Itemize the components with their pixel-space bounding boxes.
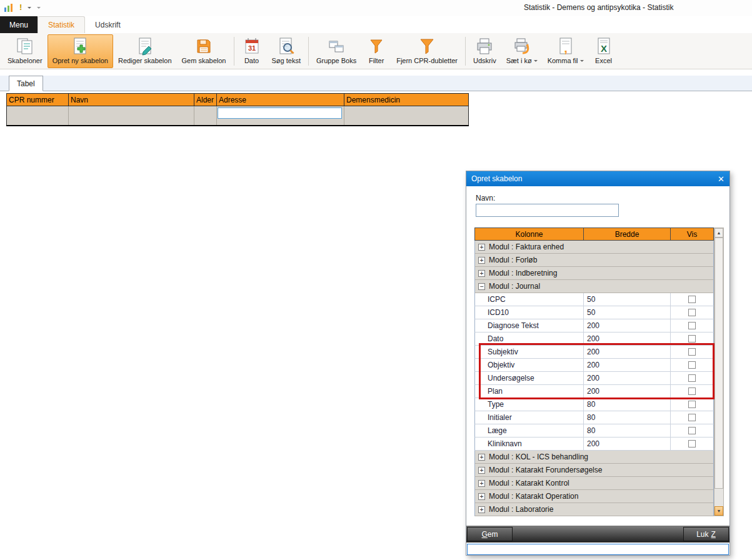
expander-icon[interactable]: +	[478, 454, 485, 461]
field-row[interactable]: ICD10 50	[474, 306, 714, 319]
tab-label: Udskrift	[95, 21, 121, 29]
field-row[interactable]: Kliniknavn 200	[474, 438, 714, 451]
column-header-demensmedicin[interactable]: Demensmedicin	[344, 93, 469, 106]
ribbon-button-udskriv[interactable]: Udskriv	[468, 34, 501, 68]
field-label: Kliniknavn	[474, 438, 584, 451]
printer-icon	[474, 36, 494, 56]
svg-text:X: X	[601, 43, 607, 54]
scrollbar-thumb[interactable]	[714, 238, 723, 489]
column-header-navn[interactable]: Navn	[69, 93, 194, 106]
adresse-filter-input[interactable]	[218, 108, 342, 119]
ribbon-separator	[308, 37, 309, 66]
module-row[interactable]: + Modul : Katarakt Forundersøgelse	[474, 464, 714, 477]
module-row[interactable]: + Modul : Forløb	[474, 254, 714, 267]
group-box-icon	[326, 36, 346, 56]
grid-scrollbar[interactable]: ▲ ▼	[714, 228, 724, 516]
print-queue-icon	[512, 36, 532, 56]
gem-button[interactable]: Gem	[467, 527, 513, 541]
module-row[interactable]: + Modul : Katarakt Operation	[474, 490, 714, 503]
module-row[interactable]: + Modul : KOL - ICS behandling	[474, 451, 714, 464]
field-label: Objektiv	[474, 359, 584, 372]
dialog-footer: Gem LukZ	[466, 526, 729, 542]
column-header-cpr-nummer[interactable]: CPR nummer	[6, 93, 69, 106]
tab-udskrift[interactable]: Udskrift	[85, 16, 131, 33]
module-row[interactable]: + Modul : Faktura enhed	[474, 241, 714, 254]
vis-checkbox[interactable]	[688, 388, 696, 395]
ribbon-button-label: Opret ny skabelon	[53, 57, 108, 64]
expander-icon[interactable]: +	[478, 257, 485, 264]
vis-checkbox[interactable]	[688, 427, 696, 434]
svg-text:31: 31	[248, 44, 255, 52]
vis-checkbox[interactable]	[688, 335, 696, 342]
vis-checkbox[interactable]	[688, 348, 696, 356]
ribbon-button-skabeloner[interactable]: Skabeloner	[3, 34, 48, 68]
field-row[interactable]: Dato 200	[474, 332, 714, 346]
module-row[interactable]: + Modul : Laboratorie	[474, 503, 714, 516]
overflow-caret-icon[interactable]	[28, 7, 31, 9]
expander-icon[interactable]: +	[478, 493, 485, 500]
field-row[interactable]: Objektiv 200	[474, 359, 714, 372]
ribbon-button-label: Dato	[244, 57, 259, 64]
dialog-title-bar[interactable]: Opret skabelon ✕	[466, 171, 729, 186]
vis-checkbox[interactable]	[688, 296, 696, 303]
scroll-down-icon[interactable]: ▼	[714, 506, 723, 516]
column-header-adresse[interactable]: Adresse	[217, 93, 344, 106]
ribbon-button-label: Udskriv	[473, 57, 496, 64]
empty-cell	[194, 120, 217, 125]
tab-statistik[interactable]: Statistik	[38, 16, 85, 33]
module-label: Modul : Indberetning	[489, 269, 557, 278]
ribbon-button-sog-tekst[interactable]: Søg tekst	[267, 34, 306, 68]
ribbon-button-filter[interactable]: Filter	[361, 34, 391, 68]
grid-header-kolonne: Kolonne	[474, 228, 584, 241]
field-row[interactable]: Læge 80	[474, 424, 714, 438]
field-width: 50	[584, 293, 671, 306]
tab-tabel[interactable]: Tabel	[9, 76, 43, 91]
module-label: Modul : Faktura enhed	[489, 242, 564, 251]
vis-checkbox[interactable]	[688, 361, 696, 369]
ribbon-separator	[465, 37, 466, 66]
navn-input[interactable]	[476, 204, 619, 217]
field-row[interactable]: Diagnose Tekst 200	[474, 319, 714, 332]
ribbon-button-rediger-skabelon[interactable]: Rediger skabelon	[113, 34, 177, 68]
field-width: 80	[584, 411, 671, 424]
expander-icon[interactable]: +	[478, 480, 485, 487]
ribbon-button-saet-i-ko[interactable]: Sæt i kø	[501, 34, 543, 68]
alert-icon[interactable]: !	[19, 3, 22, 12]
field-row[interactable]: Plan 200	[474, 385, 714, 398]
expander-icon[interactable]: +	[478, 270, 485, 277]
ribbon-button-fjern-cpr-dubletter[interactable]: Fjern CPR-dubletter	[391, 34, 463, 68]
module-row[interactable]: − Modul : Journal	[474, 280, 714, 293]
vis-checkbox[interactable]	[688, 414, 696, 421]
expander-icon[interactable]: −	[478, 283, 485, 290]
ribbon-button-gem-skabelon[interactable]: Gem skabelon	[177, 34, 231, 68]
ribbon-button-gruppe-boks[interactable]: Gruppe Boks	[311, 34, 361, 68]
luk-button[interactable]: LukZ	[683, 527, 729, 541]
field-row[interactable]: Subjektiv 200	[474, 346, 714, 359]
column-header-alder[interactable]: Alder	[194, 93, 217, 106]
scroll-up-icon[interactable]: ▲	[714, 228, 723, 238]
ribbon-button-excel[interactable]: X Excel	[589, 34, 619, 68]
close-icon[interactable]: ✕	[712, 174, 724, 184]
customize-caret-icon[interactable]	[37, 7, 41, 9]
field-row[interactable]: Undersøgelse 200	[474, 372, 714, 385]
field-row[interactable]: ICPC 50	[474, 293, 714, 306]
ribbon-button-dato[interactable]: 31 Dato	[237, 34, 267, 68]
module-row[interactable]: + Modul : Indberetning	[474, 267, 714, 280]
expander-icon[interactable]: +	[478, 506, 485, 513]
app-chart-icon[interactable]	[4, 2, 14, 12]
vis-checkbox[interactable]	[688, 309, 696, 316]
field-row[interactable]: Type 80	[474, 398, 714, 411]
ribbon-button-opret-ny-skabelon[interactable]: Opret ny skabelon	[48, 34, 113, 68]
module-row[interactable]: + Modul : Katarakt Kontrol	[474, 477, 714, 490]
tab-menu[interactable]: Menu	[0, 16, 38, 33]
ribbon-button-komma-fil[interactable]: , Komma fil	[543, 34, 589, 68]
expander-icon[interactable]: +	[478, 244, 485, 251]
filter-icon	[366, 36, 386, 56]
expander-icon[interactable]: +	[478, 467, 485, 474]
field-row[interactable]: Initialer 80	[474, 411, 714, 424]
vis-checkbox[interactable]	[688, 401, 696, 408]
vis-checkbox[interactable]	[688, 440, 696, 448]
vis-checkbox[interactable]	[688, 322, 696, 329]
vis-cell	[671, 372, 714, 385]
vis-checkbox[interactable]	[688, 374, 696, 382]
